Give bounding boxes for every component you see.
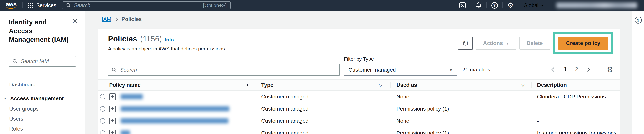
policy-name-link-redacted[interactable] bbox=[121, 130, 130, 134]
table-row[interactable]: + Customer managed Permissions policy (1… bbox=[98, 127, 620, 134]
global-search-input[interactable]: Search [Option+S] bbox=[62, 1, 231, 9]
search-placeholder: Search bbox=[74, 2, 200, 8]
breadcrumb: IAM Policies bbox=[102, 16, 620, 22]
expand-row-icon[interactable]: + bbox=[109, 106, 116, 112]
policy-used-as-cell: Permissions policy (1) bbox=[390, 106, 531, 112]
page-number-2[interactable]: 2 bbox=[575, 66, 578, 73]
services-menu-button[interactable]: Services bbox=[28, 2, 56, 8]
row-radio-button[interactable] bbox=[100, 118, 105, 124]
cloudshell-terminal-icon bbox=[459, 2, 466, 8]
expand-row-icon[interactable]: + bbox=[109, 130, 116, 134]
create-policy-button[interactable]: Create policy bbox=[558, 37, 608, 49]
sidebar-divider bbox=[0, 49, 85, 49]
aws-smile-icon bbox=[6, 6, 16, 9]
filter-dropdown-icon[interactable]: ▽ bbox=[521, 82, 525, 88]
sidebar-item-dashboard[interactable]: Dashboard bbox=[0, 80, 85, 90]
policy-type-cell: Customer managed bbox=[255, 130, 390, 134]
expand-row-icon[interactable]: + bbox=[109, 94, 116, 100]
sidebar-search-input[interactable]: Search IAM bbox=[9, 56, 76, 67]
expand-row-icon[interactable]: + bbox=[109, 118, 116, 124]
info-panel-button[interactable]: i bbox=[634, 16, 642, 24]
policies-table: Policy name ▲ Type ▽ Used as ▽ Descripti… bbox=[98, 79, 620, 134]
column-header-policy-name[interactable]: Policy name ▲ bbox=[107, 80, 255, 90]
policy-name-link-redacted[interactable] bbox=[121, 106, 229, 111]
search-shortcut-hint: [Option+S] bbox=[203, 2, 227, 8]
filter-dropdown-icon[interactable]: ▽ bbox=[379, 82, 382, 88]
policy-type-cell: Customer managed bbox=[255, 106, 390, 112]
sidebar-search-placeholder: Search IAM bbox=[21, 58, 49, 64]
iam-sidebar: Identity and Access Management (IAM) × S… bbox=[0, 11, 85, 134]
sidebar-nav: Dashboard ▼ Access management User group… bbox=[0, 80, 85, 134]
policies-search-input[interactable]: Search bbox=[108, 64, 340, 76]
policy-name-link-redacted[interactable] bbox=[121, 94, 143, 99]
region-label: Global bbox=[524, 2, 538, 8]
question-mark-icon: ? bbox=[491, 2, 498, 9]
gear-icon: ⚙ bbox=[507, 2, 514, 9]
previous-page-icon[interactable] bbox=[552, 67, 556, 72]
next-page-icon[interactable] bbox=[586, 67, 590, 72]
breadcrumb-link-iam[interactable]: IAM bbox=[102, 16, 111, 22]
info-icon: i bbox=[634, 16, 642, 24]
chevron-down-icon: ▼ bbox=[541, 4, 544, 7]
matches-count: 21 matches bbox=[462, 67, 490, 73]
policy-name-link-redacted[interactable] bbox=[121, 118, 228, 124]
toolbar: ↻ Actions ▼ Delete Create policy bbox=[458, 37, 613, 49]
sidebar-title: Identity and Access Management (IAM) bbox=[9, 18, 70, 44]
account-menu-redacted[interactable] bbox=[556, 2, 637, 8]
gear-icon: ⚙ bbox=[607, 66, 613, 74]
column-header-description: Description bbox=[531, 80, 620, 90]
region-selector[interactable]: Global ▼ bbox=[524, 2, 544, 8]
page-scrollbar[interactable] bbox=[620, 11, 632, 134]
actions-button[interactable]: Actions ▼ bbox=[476, 37, 516, 49]
settings-button[interactable]: ⚙ bbox=[507, 2, 514, 9]
annotation-highlight-box: Create policy bbox=[553, 32, 613, 54]
services-grid-icon bbox=[28, 3, 33, 8]
row-radio-button[interactable] bbox=[100, 94, 105, 100]
aws-logo[interactable]: aws bbox=[4, 1, 17, 9]
policy-description-cell: - bbox=[531, 106, 620, 112]
row-radio-button[interactable] bbox=[100, 106, 105, 112]
topbar-divider bbox=[549, 2, 550, 8]
sidebar-item-user-groups[interactable]: User groups bbox=[0, 104, 85, 114]
policy-used-as-cell: Permissions policy (1) bbox=[390, 130, 531, 134]
page-number-1[interactable]: 1 bbox=[564, 66, 567, 73]
help-button[interactable]: ? bbox=[491, 2, 498, 9]
close-sidebar-button[interactable]: × bbox=[72, 18, 78, 24]
sidebar-item-roles[interactable]: Roles bbox=[0, 124, 85, 134]
sidebar-item-users[interactable]: Users bbox=[0, 114, 85, 124]
topbar-divider bbox=[518, 2, 518, 8]
policies-panel: Policies (1156) Info A policy is an obje… bbox=[98, 29, 620, 134]
pagination-divider bbox=[598, 65, 598, 74]
search-placeholder: Search bbox=[120, 67, 137, 73]
section-caret-icon: ▼ bbox=[4, 97, 7, 100]
filter-row: Search Filter by Type Customer managed ▼… bbox=[98, 52, 620, 76]
select-all-column bbox=[98, 80, 107, 90]
help-side-rail: i bbox=[632, 11, 644, 134]
table-row[interactable]: + Customer managed Permissions policy (1… bbox=[98, 103, 620, 115]
delete-button[interactable]: Delete bbox=[520, 37, 550, 49]
search-icon bbox=[112, 67, 117, 73]
policy-description-cell: Instance permissions for awslogs bbox=[531, 130, 620, 134]
refresh-button[interactable]: ↻ bbox=[458, 37, 473, 49]
refresh-icon: ↻ bbox=[462, 39, 469, 48]
sort-ascending-icon: ▲ bbox=[246, 83, 249, 87]
sidebar-section-access-management[interactable]: ▼ Access management bbox=[0, 94, 85, 104]
services-label: Services bbox=[36, 2, 56, 8]
cloudshell-button[interactable] bbox=[459, 2, 466, 8]
topbar-divider bbox=[470, 2, 471, 8]
table-row[interactable]: + Customer managed None Cloudera - CDP P… bbox=[98, 91, 620, 103]
table-preferences-button[interactable]: ⚙ bbox=[607, 66, 613, 73]
type-filter-select[interactable]: Customer managed ▼ bbox=[344, 64, 457, 76]
topbar-divider bbox=[22, 2, 23, 8]
type-filter-value: Customer managed bbox=[348, 67, 396, 73]
topbar-divider bbox=[502, 2, 503, 8]
column-header-type[interactable]: Type ▽ bbox=[255, 80, 390, 90]
page-description: A policy is an object in AWS that define… bbox=[108, 46, 226, 52]
policy-type-cell: Customer managed bbox=[255, 94, 390, 100]
column-header-used-as[interactable]: Used as ▽ bbox=[390, 80, 531, 90]
info-link[interactable]: Info bbox=[165, 37, 174, 43]
policy-description-cell: - bbox=[531, 118, 620, 124]
notifications-button[interactable] bbox=[476, 2, 482, 9]
table-row[interactable]: + Customer managed None - bbox=[98, 115, 620, 127]
row-radio-button[interactable] bbox=[100, 130, 105, 134]
